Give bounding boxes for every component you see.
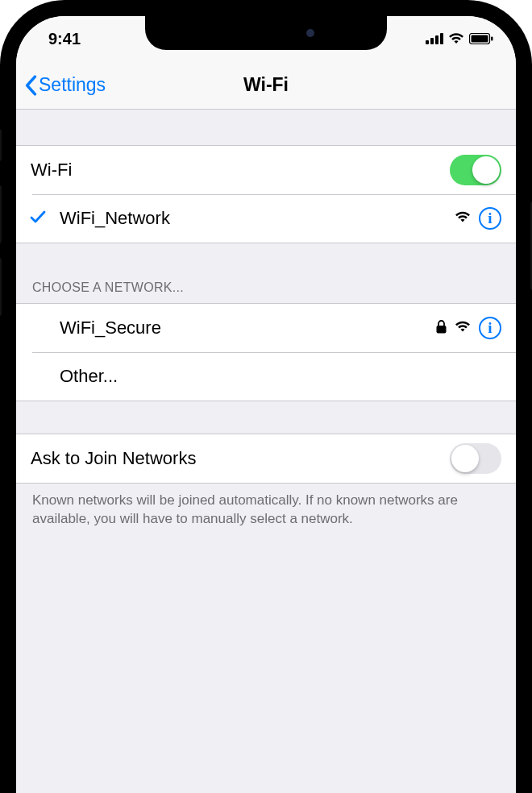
info-button[interactable]: i [479,207,501,230]
camera-dot-icon [306,29,314,37]
checkmark-icon [29,208,47,229]
cellular-icon [426,33,443,44]
back-label: Settings [39,74,106,96]
volume-down-button [0,258,2,316]
ask-join-group: Ask to Join Networks [16,434,516,484]
switch-knob-icon [472,156,500,184]
svg-rect-1 [430,38,434,44]
wifi-signal-icon [455,211,471,226]
page-title: Wi-Fi [243,74,289,96]
svg-rect-7 [437,326,447,334]
networks-group: WiFi_Secure [16,303,516,401]
info-button[interactable]: i [479,317,501,339]
chevron-left-icon [24,75,37,96]
ask-join-footer: Known networks will be joined automatica… [16,484,516,537]
mute-switch [0,129,2,161]
network-row[interactable]: WiFi_Secure [16,304,516,352]
lock-icon [436,320,447,337]
svg-rect-0 [426,40,429,44]
wifi-status-icon [448,33,464,44]
nav-bar: Settings Wi-Fi [16,61,516,110]
svg-rect-6 [491,37,493,41]
ask-join-toggle[interactable] [450,443,501,474]
wifi-signal-icon [455,321,471,336]
switch-knob-icon [451,445,479,472]
other-network-row[interactable]: Other... [16,352,516,401]
status-indicators [426,33,493,44]
device-frame: 9:41 [0,0,532,793]
network-name: WiFi_Secure [60,318,436,338]
other-label: Other... [60,366,501,387]
choose-network-header: CHOOSE A NETWORK... [16,243,516,303]
ask-join-label: Ask to Join Networks [31,448,450,469]
svg-rect-5 [472,35,488,43]
content: Wi-Fi WiFi_Network [16,110,516,793]
connected-network-row[interactable]: WiFi_Network i [16,194,516,243]
wifi-toggle-row: Wi-Fi [16,146,516,194]
status-time: 9:41 [48,30,81,48]
svg-rect-3 [440,33,443,44]
wifi-toggle[interactable] [450,155,501,185]
connected-network-name: WiFi_Network [60,208,455,229]
wifi-toggle-label: Wi-Fi [31,160,450,181]
ask-join-row: Ask to Join Networks [16,434,516,483]
notch [145,16,387,50]
wifi-group: Wi-Fi WiFi_Network [16,145,516,243]
battery-icon [469,33,493,44]
volume-up-button [0,185,2,243]
svg-rect-2 [435,35,438,44]
back-button[interactable]: Settings [24,74,106,96]
